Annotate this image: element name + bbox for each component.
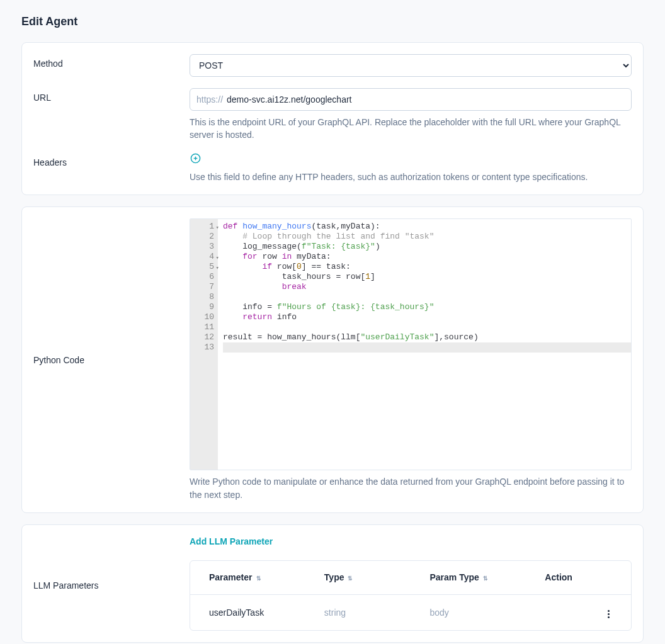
- table-header: Parameter⇅ Type⇅ Param Type⇅ Action: [190, 561, 631, 595]
- col-parameter[interactable]: Parameter⇅: [209, 572, 324, 582]
- python-label: Python Code: [33, 218, 190, 501]
- headers-help: Use this field to define any HTTP header…: [190, 171, 632, 183]
- url-label: URL: [33, 88, 190, 103]
- url-input[interactable]: [227, 94, 625, 105]
- col-param-type[interactable]: Param Type⇅: [429, 572, 545, 582]
- cell-parameter: userDailyTask: [209, 607, 324, 618]
- headers-label: Headers: [33, 153, 190, 167]
- python-editor[interactable]: 12345678910111213 def how_many_hours(tas…: [190, 218, 632, 470]
- kebab-icon[interactable]: [605, 607, 612, 621]
- sort-icon: ⇅: [348, 576, 353, 582]
- url-prefix: https://: [196, 94, 223, 105]
- llm-params-label: LLM Parameters: [33, 536, 190, 631]
- editor-gutter: 12345678910111213: [190, 219, 218, 470]
- editor-content[interactable]: def how_many_hours(task,myData): # Loop …: [218, 219, 631, 470]
- method-select[interactable]: GETPOSTPUTDELETEPATCH: [190, 54, 632, 77]
- headers-row: Headers Use this field to define any HTT…: [22, 153, 643, 184]
- llm-params-table: Parameter⇅ Type⇅ Param Type⇅ Action user…: [190, 560, 632, 631]
- cell-param-type: body: [429, 607, 545, 618]
- sort-icon: ⇅: [483, 576, 488, 582]
- url-input-wrap: https://: [190, 88, 632, 111]
- table-row: userDailyTaskstringbody: [190, 595, 631, 630]
- url-row: URL https:// This is the endpoint URL of…: [22, 88, 643, 142]
- plus-circle-icon[interactable]: [190, 153, 201, 164]
- python-code-card: Python Code 12345678910111213 def how_ma…: [21, 206, 644, 513]
- url-help: This is the endpoint URL of your GraphQL…: [190, 116, 632, 142]
- sort-icon: ⇅: [256, 576, 261, 582]
- col-type[interactable]: Type⇅: [324, 572, 430, 582]
- request-config-card: Method GETPOSTPUTDELETEPATCH URL https:/…: [21, 42, 644, 195]
- add-llm-parameter-link[interactable]: Add LLM Parameter: [190, 536, 273, 546]
- python-help: Write Python code to manipulate or enhan…: [190, 475, 632, 501]
- page-title: Edit Agent: [21, 15, 644, 28]
- cell-type: string: [324, 607, 430, 618]
- llm-params-card: LLM Parameters Add LLM Parameter Paramet…: [21, 524, 644, 643]
- method-row: Method GETPOSTPUTDELETEPATCH: [22, 54, 643, 77]
- col-action: Action: [545, 572, 612, 582]
- method-label: Method: [33, 54, 190, 69]
